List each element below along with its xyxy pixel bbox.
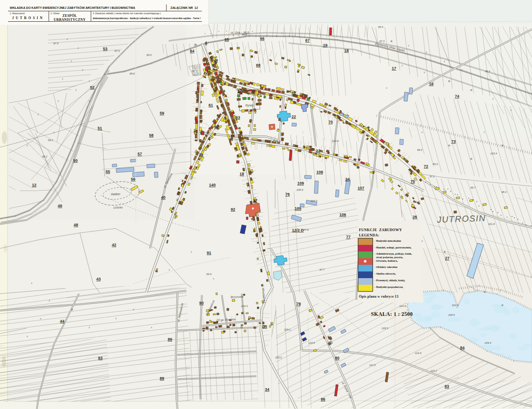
- svg-text:s: s: [422, 130, 423, 134]
- svg-text:115.2: 115.2: [430, 370, 437, 372]
- svg-text:107.7: 107.7: [311, 200, 318, 202]
- svg-text:s: s: [151, 326, 152, 329]
- svg-text:89: 89: [168, 337, 172, 342]
- svg-text:105: 105: [295, 206, 301, 211]
- svg-text:80: 80: [335, 356, 339, 360]
- svg-text:ZESPÓŁ: ZESPÓŁ: [63, 13, 77, 18]
- svg-text:R: R: [443, 250, 446, 254]
- svg-text:103.3: 103.3: [241, 305, 248, 307]
- svg-text:101.4: 101.4: [413, 201, 420, 203]
- svg-text:98.3: 98.3: [485, 70, 490, 73]
- svg-text:R: R: [501, 303, 504, 307]
- svg-text:97.6: 97.6: [303, 228, 309, 231]
- svg-text:R: R: [71, 308, 73, 311]
- svg-text:3. Zawartość wkładki ( nazwa o: 3. Zawartość wkładki ( nazwa obiektu lub…: [93, 12, 161, 15]
- svg-text:97.3: 97.3: [379, 40, 385, 43]
- svg-text:straż pożarna, poczta,: straż pożarna, poczta,: [374, 256, 403, 259]
- svg-text:18: 18: [344, 48, 349, 53]
- svg-text:91: 91: [207, 251, 211, 255]
- svg-text:R: R: [390, 39, 393, 43]
- svg-text:sb: sb: [192, 69, 195, 73]
- svg-text:98.2: 98.2: [42, 155, 47, 158]
- svg-text:109.1: 109.1: [284, 328, 291, 331]
- svg-text:s: s: [67, 37, 68, 41]
- svg-text:109.4: 109.4: [485, 342, 492, 344]
- svg-text:- Służba zdrowia,: - Służba zdrowia,: [374, 272, 396, 275]
- svg-text:83: 83: [445, 384, 449, 389]
- svg-text:s: s: [510, 108, 512, 112]
- svg-text:48: 48: [74, 223, 78, 227]
- svg-text:73: 73: [451, 139, 456, 144]
- svg-text:s: s: [444, 59, 445, 63]
- svg-text:27: 27: [445, 256, 449, 260]
- svg-text:s: s: [31, 281, 32, 285]
- svg-text:76: 76: [285, 192, 290, 197]
- svg-text:- Handel, usługi, gastronomia,: - Handel, usługi, gastronomia,: [374, 246, 412, 249]
- svg-text:75: 75: [410, 179, 415, 184]
- svg-text:s: s: [53, 130, 55, 134]
- svg-text:s: s: [40, 317, 41, 320]
- svg-text:77: 77: [346, 235, 351, 239]
- svg-text:98.4: 98.4: [501, 191, 507, 193]
- svg-text:34: 34: [265, 387, 269, 392]
- svg-text:9: 9: [216, 58, 218, 63]
- svg-text:- Obiekty sakralne: - Obiekty sakralne: [374, 265, 398, 268]
- svg-text:16: 16: [429, 82, 433, 86]
- svg-text:FUNKCJE ZABUDOWY: FUNKCJE ZABUDOWY: [359, 228, 402, 232]
- svg-text:12/2 D: 12/2 D: [292, 228, 304, 232]
- svg-text:35: 35: [263, 324, 267, 329]
- svg-text:Rynek: Rynek: [245, 104, 254, 107]
- svg-text:108: 108: [316, 170, 323, 174]
- svg-text:99.0: 99.0: [146, 54, 152, 56]
- svg-text:s: s: [386, 86, 387, 90]
- svg-text:104.3: 104.3: [248, 92, 256, 94]
- svg-text:67: 67: [305, 38, 310, 43]
- svg-text:22: 22: [292, 114, 296, 119]
- svg-text:97.2: 97.2: [430, 175, 435, 178]
- svg-text:s: s: [422, 239, 423, 243]
- svg-text:72: 72: [424, 164, 428, 169]
- svg-text:99.2: 99.2: [48, 139, 53, 142]
- svg-text:dokumentacja kartograficzna -: dokumentacja kartograficzna - funkcje za…: [93, 16, 201, 20]
- svg-text:97.7: 97.7: [319, 268, 325, 271]
- svg-text:18: 18: [240, 172, 244, 176]
- svg-text:62: 62: [214, 125, 219, 129]
- svg-text:66: 66: [260, 36, 264, 41]
- svg-text:98.6: 98.6: [130, 72, 135, 75]
- svg-text:8: 8: [205, 41, 207, 45]
- svg-text:53: 53: [103, 47, 107, 51]
- svg-text:57: 57: [138, 152, 142, 156]
- svg-text:- Administracja, policja, bank: - Administracja, policja, bank,: [374, 252, 412, 255]
- svg-text:17: 17: [392, 66, 396, 71]
- svg-text:R: R: [448, 144, 450, 147]
- svg-text:43: 43: [96, 277, 101, 281]
- svg-text:100.0: 100.0: [351, 124, 358, 127]
- svg-text:50: 50: [73, 158, 78, 163]
- svg-text:24: 24: [345, 177, 350, 181]
- svg-text:2. Obiekt: 2. Obiekt: [51, 12, 60, 15]
- svg-text:SKALA: 1 : 2500: SKALA: 1 : 2500: [371, 311, 413, 317]
- svg-text:R: R: [501, 144, 504, 147]
- svg-text:37: 37: [253, 198, 257, 203]
- svg-text:40: 40: [161, 195, 166, 200]
- svg-text:1100/80: 1100/80: [113, 206, 123, 209]
- svg-text:ZAŁĄCZNIK NR 12: ZAŁĄCZNIK NR 12: [170, 6, 198, 10]
- svg-text:21: 21: [292, 91, 296, 95]
- svg-text:51: 51: [98, 126, 102, 130]
- svg-text:19: 19: [323, 43, 327, 47]
- svg-text:97.9: 97.9: [53, 42, 59, 45]
- svg-text:12: 12: [32, 183, 36, 187]
- svg-text:39: 39: [199, 153, 203, 157]
- svg-text:68: 68: [256, 63, 260, 67]
- svg-text:44: 44: [60, 319, 64, 323]
- svg-text:s: s: [27, 334, 28, 338]
- svg-text:88: 88: [160, 376, 164, 381]
- svg-text:140: 140: [209, 183, 216, 187]
- svg-text:1. Miejscowość: 1. Miejscowość: [10, 12, 25, 15]
- svg-text:99.3: 99.3: [433, 163, 438, 165]
- svg-text:stadion: stadion: [111, 193, 120, 196]
- svg-text:R: R: [470, 88, 473, 92]
- svg-text:99.9: 99.9: [206, 273, 212, 275]
- svg-text:114.0: 114.0: [415, 352, 422, 354]
- svg-text:JUTROSIN: JUTROSIN: [436, 213, 486, 224]
